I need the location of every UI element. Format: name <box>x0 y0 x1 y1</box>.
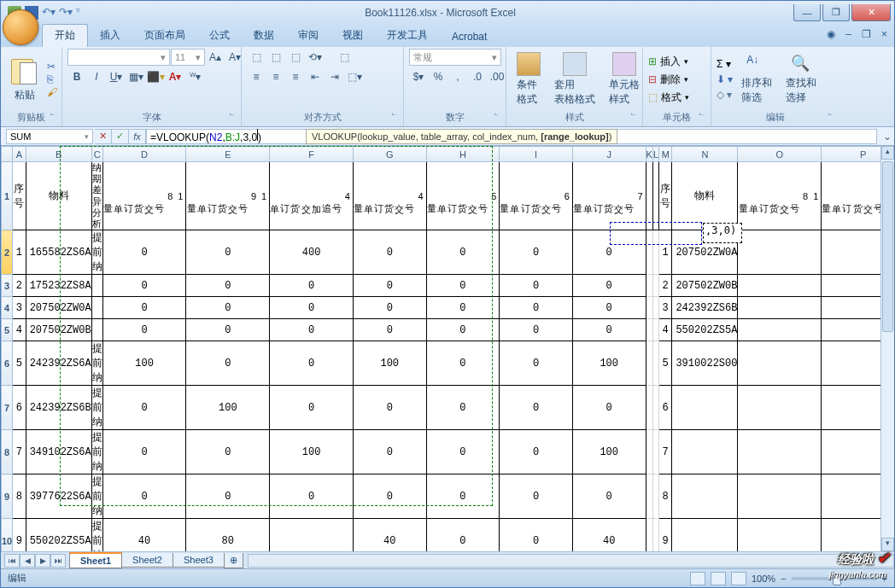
table-cell[interactable]: 6 <box>13 386 26 430</box>
table-cell[interactable]: 175232ZS8A <box>26 275 91 297</box>
table-cell[interactable] <box>738 430 822 474</box>
table-cell[interactable]: 0 <box>270 341 354 386</box>
table-cell[interactable]: 0 <box>270 297 354 319</box>
column-header[interactable]: I <box>500 147 573 162</box>
table-cell[interactable]: 0 <box>102 319 186 341</box>
tab-formulas[interactable]: 公式 <box>197 25 242 47</box>
table-cell[interactable]: 2 <box>659 275 672 297</box>
decrease-indent-icon[interactable]: ⇤ <box>306 68 325 85</box>
table-cell[interactable]: 40 <box>572 519 646 551</box>
font-color-button[interactable]: A▾ <box>166 68 184 85</box>
vertical-scrollbar[interactable]: ▴ ▾ <box>880 146 894 551</box>
table-cell[interactable]: 0 <box>270 386 354 430</box>
table-cell[interactable]: 0 <box>353 230 426 275</box>
column-header[interactable]: E <box>186 147 270 162</box>
table-cell[interactable]: 0 <box>426 474 500 519</box>
sheet-tab-3[interactable]: Sheet3 <box>173 553 225 568</box>
increase-decimal-icon[interactable]: .0 <box>468 68 487 85</box>
name-box[interactable]: SUM▾ <box>6 129 93 144</box>
table-cell[interactable] <box>672 386 738 430</box>
table-cell[interactable]: 提前纳 <box>91 341 102 386</box>
number-format-combo[interactable]: 常规▾ <box>409 49 501 66</box>
accept-formula-button[interactable]: ✓ <box>112 129 129 144</box>
currency-icon[interactable]: $▾ <box>409 68 428 85</box>
table-cell[interactable]: 0 <box>102 386 186 430</box>
table-cell[interactable] <box>738 519 822 551</box>
table-cell[interactable]: 100 <box>572 430 646 474</box>
column-header[interactable]: J <box>572 147 646 162</box>
table-cell[interactable]: 8 <box>659 474 672 519</box>
table-cell[interactable]: 100 <box>102 341 186 386</box>
decrease-decimal-icon[interactable]: .00 <box>488 68 506 85</box>
table-cell[interactable]: 0 <box>572 275 646 297</box>
row-header[interactable]: 4 <box>2 297 13 319</box>
column-header[interactable]: C <box>91 147 102 162</box>
table-cell[interactable]: 0 <box>353 430 426 474</box>
find-select-button[interactable]: 🔍查找和 选择 <box>781 52 822 107</box>
zoom-out-button[interactable]: − <box>781 573 786 584</box>
sheet-tab-2[interactable]: Sheet2 <box>121 553 173 568</box>
align-middle-icon[interactable]: ⬚ <box>266 49 285 66</box>
percent-icon[interactable]: % <box>429 68 448 85</box>
table-cell[interactable]: 0 <box>186 275 270 297</box>
table-cell[interactable]: 0 <box>500 275 573 297</box>
table-cell[interactable]: 0 <box>500 519 573 551</box>
undo-icon[interactable]: ↶▾ <box>42 6 56 20</box>
table-cell[interactable]: 40 <box>353 519 426 551</box>
table-cell[interactable]: 0 <box>270 275 354 297</box>
table-cell[interactable]: 0 <box>500 341 573 386</box>
row-header[interactable]: 10 <box>2 519 13 551</box>
table-cell[interactable]: 0 <box>270 319 354 341</box>
table-cell[interactable] <box>91 275 102 297</box>
table-cell[interactable]: 0 <box>500 297 573 319</box>
normal-view-button[interactable] <box>690 572 705 585</box>
table-cell[interactable] <box>738 297 822 319</box>
page-layout-view-button[interactable] <box>711 572 726 585</box>
table-cell[interactable]: 3 <box>13 297 26 319</box>
copy-icon[interactable]: ⎘ <box>47 73 57 85</box>
table-cell[interactable]: 0 <box>572 297 646 319</box>
table-cell[interactable]: 0 <box>500 474 573 519</box>
column-header[interactable]: F <box>270 147 354 162</box>
table-cell[interactable]: 0 <box>353 275 426 297</box>
table-cell[interactable]: 4 <box>13 319 26 341</box>
expand-formula-bar-icon[interactable]: ⌄ <box>880 131 894 143</box>
table-cell[interactable]: 3910022S00 <box>672 341 738 386</box>
column-header[interactable]: H <box>426 147 500 162</box>
table-cell[interactable]: 6 <box>659 386 672 430</box>
column-header[interactable]: O <box>738 147 822 162</box>
autosum-button[interactable]: Σ ▾ <box>717 58 733 70</box>
table-cell[interactable]: 0 <box>426 519 500 551</box>
table-cell[interactable]: 0 <box>102 275 186 297</box>
align-center-icon[interactable]: ≡ <box>266 68 285 85</box>
table-cell[interactable]: 242392ZS6B <box>26 386 91 430</box>
table-cell[interactable]: 0 <box>353 319 426 341</box>
table-cell[interactable]: 100 <box>186 386 270 430</box>
table-cell[interactable]: 0 <box>572 386 646 430</box>
align-top-icon[interactable]: ⬚ <box>247 49 266 66</box>
row-header[interactable]: 5 <box>2 319 13 341</box>
table-cell[interactable]: 提前纳 <box>91 386 102 430</box>
table-cell[interactable]: 0 <box>186 297 270 319</box>
column-header[interactable]: D <box>102 147 186 162</box>
table-cell[interactable] <box>738 386 822 430</box>
table-cell[interactable]: 0 <box>186 430 270 474</box>
table-cell[interactable]: 207502ZW0B <box>26 319 91 341</box>
new-sheet-button[interactable]: ⊕ <box>224 553 243 568</box>
table-cell[interactable]: 4 <box>659 319 672 341</box>
cell-styles-button[interactable]: 单元格 样式 <box>604 50 645 108</box>
table-cell[interactable]: 0 <box>102 297 186 319</box>
table-cell[interactable]: 7 <box>13 430 26 474</box>
tab-insert[interactable]: 插入 <box>88 25 132 47</box>
row-header[interactable]: 3 <box>2 275 13 297</box>
table-cell[interactable]: 0 <box>426 386 500 430</box>
bold-button[interactable]: B <box>67 68 86 85</box>
sort-filter-button[interactable]: A↓排序和 筛选 <box>736 52 777 107</box>
table-cell[interactable]: 0 <box>102 230 186 275</box>
comma-icon[interactable]: , <box>448 68 467 85</box>
fill-color-button[interactable]: ⬛▾ <box>146 68 165 85</box>
tab-nav-last[interactable]: ⏭ <box>50 554 66 568</box>
formula-input[interactable]: =VLOOKUP(N2,B:J,3,0) VLOOKUP(lookup_valu… <box>146 129 877 144</box>
fx-button[interactable]: fx <box>129 129 146 144</box>
increase-indent-icon[interactable]: ⇥ <box>325 68 344 85</box>
